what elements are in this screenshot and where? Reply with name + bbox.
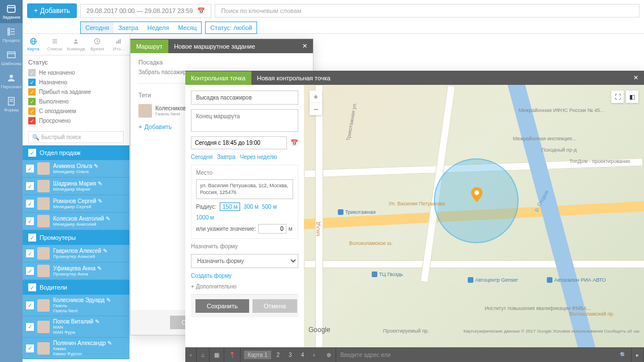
radius-500[interactable]: 500 м bbox=[262, 204, 277, 210]
person-row[interactable]: ✓Гаврилов Алексей ✎Промоутер Алексей bbox=[23, 245, 129, 262]
map-tab-3[interactable]: 3 bbox=[285, 351, 295, 359]
calendar-icon: 📅 bbox=[197, 7, 205, 15]
svg-rect-0 bbox=[7, 6, 15, 12]
view-tab-more[interactable]: Ито... bbox=[108, 34, 129, 55]
map-address-search[interactable]: Введите адрес или bbox=[336, 352, 615, 358]
svg-point-27 bbox=[475, 191, 479, 195]
view-tab-team[interactable]: Команда bbox=[66, 34, 87, 55]
cp-tag: Контрольная точка bbox=[185, 71, 251, 85]
quick-search[interactable]: 🔍 Быстрый поиск bbox=[28, 131, 124, 143]
cp-close[interactable]: ✕ bbox=[628, 71, 644, 85]
date-range-picker[interactable]: 29.08.2017 00:00 — 29.08.2017 23:59 📅 bbox=[80, 4, 211, 18]
add-button[interactable]: + Добавить bbox=[27, 3, 77, 18]
rail-process[interactable]: Процесс bbox=[0, 23, 23, 46]
mt-search-btn[interactable]: 🔍 bbox=[615, 347, 632, 362]
person-row[interactable]: ✓Шадрина Мария ✎Менеджер Мария bbox=[23, 178, 129, 195]
chart-icon bbox=[115, 37, 123, 45]
map-fullscreen[interactable]: ⛶ bbox=[611, 90, 624, 103]
zoom-out[interactable]: − bbox=[310, 103, 322, 115]
period-tomorrow[interactable]: Завтра bbox=[114, 22, 143, 33]
group-header[interactable]: ✓Промоутеры bbox=[23, 230, 129, 245]
mt-pin[interactable]: 📍 bbox=[224, 347, 241, 362]
cp-custom-radius[interactable] bbox=[258, 224, 286, 234]
map-marker[interactable] bbox=[471, 187, 482, 202]
period-today[interactable]: Сегодня bbox=[81, 22, 114, 33]
status-checkbox[interactable]: ✓Выполнено bbox=[28, 97, 124, 106]
list-icon bbox=[6, 27, 16, 37]
map-toolbar: ‹ ⌂ ▦ 📍 Карта 1 2 3 4 › ⊕ Введите адрес … bbox=[185, 347, 644, 362]
form-icon bbox=[6, 96, 16, 106]
map-tab-next[interactable]: › bbox=[310, 351, 318, 359]
cp-form-select[interactable]: Назначить форму bbox=[191, 254, 298, 268]
cp-title: Новая контрольная точка bbox=[251, 71, 628, 85]
rail-personnel[interactable]: Персонал bbox=[0, 70, 23, 93]
person-row[interactable]: ✓Уфимцева Анна ✎Промоутер Анна bbox=[23, 262, 129, 280]
google-logo: Google bbox=[308, 326, 330, 334]
status-checkbox[interactable]: ✓С опозданием bbox=[28, 106, 124, 116]
cp-link-today[interactable]: Сегодня bbox=[191, 154, 212, 160]
svg-rect-24 bbox=[116, 41, 118, 44]
person-row[interactable]: ✓Аникина Ольга ✎Менеджер Ольга bbox=[23, 160, 129, 178]
map-tab-1[interactable]: Карта 1 bbox=[244, 351, 271, 359]
keyword-search[interactable]: Поиск по ключевым словам bbox=[215, 4, 639, 18]
cp-link-tomorrow[interactable]: Завтра bbox=[217, 154, 235, 160]
status-checkbox[interactable]: ✓Прибыл на задание bbox=[28, 87, 124, 97]
mt-target[interactable]: ⊕ bbox=[322, 347, 336, 362]
avatar bbox=[37, 265, 50, 277]
calendar-icon[interactable]: 📅 bbox=[290, 139, 298, 146]
svg-rect-25 bbox=[118, 40, 119, 44]
cp-name-input[interactable] bbox=[191, 90, 298, 105]
avatar bbox=[37, 247, 50, 260]
cp-expand[interactable]: + Дополнительно bbox=[191, 283, 298, 290]
radius-1000[interactable]: 1000 м bbox=[196, 214, 214, 221]
person-row[interactable]: ✓Полянин Александр ✎КамазКамаз Фургон bbox=[23, 338, 129, 359]
person-row[interactable]: ✓Попов Виталий ✎MANMAN Фура bbox=[23, 316, 129, 338]
rail-tasks[interactable]: Задания bbox=[0, 0, 23, 23]
mt-home[interactable]: ⌂ bbox=[197, 347, 210, 362]
mt-layers[interactable]: ▦ bbox=[210, 347, 224, 362]
svg-rect-3 bbox=[8, 31, 10, 33]
rail-templates[interactable]: Шаблоны bbox=[0, 46, 23, 70]
cp-desc-input[interactable] bbox=[191, 109, 298, 132]
radius-300[interactable]: 300 м bbox=[243, 204, 258, 210]
calendar-icon bbox=[6, 3, 16, 14]
mt-sidebar-toggle[interactable]: ▸ bbox=[632, 347, 644, 362]
view-tabs: Карта Список Команда Время Ито... bbox=[23, 34, 129, 55]
cp-time-input[interactable] bbox=[191, 136, 287, 149]
group-header[interactable]: ✓Водители bbox=[23, 280, 129, 295]
mt-prev[interactable]: ‹ bbox=[185, 347, 197, 362]
cp-save[interactable]: Сохранить bbox=[195, 299, 249, 313]
map-tab-2[interactable]: 2 bbox=[273, 351, 284, 359]
view-tab-list[interactable]: Список bbox=[44, 34, 66, 55]
avatar bbox=[37, 162, 50, 175]
status-checkbox[interactable]: ✓Просрочено bbox=[28, 116, 124, 126]
route-header: Маршрут Новое маршрутное задание ✕ bbox=[130, 39, 313, 53]
cp-cancel[interactable]: Отмена bbox=[253, 299, 297, 313]
cp-link-week[interactable]: Через неделю bbox=[240, 154, 277, 160]
group-header[interactable]: ✓Отдел продаж bbox=[23, 145, 129, 160]
map-tab-4[interactable]: 4 bbox=[298, 351, 308, 359]
period-week[interactable]: Неделя bbox=[143, 22, 173, 33]
route-close[interactable]: ✕ bbox=[297, 39, 313, 53]
person-row[interactable]: ✓Колесников Эдуард ✎ГазельГазель Next bbox=[23, 295, 129, 316]
cp-address[interactable]: ул. Василия Петушкова, 1с2, Москва, Росс… bbox=[196, 179, 293, 199]
svg-rect-4 bbox=[8, 33, 10, 35]
person-row[interactable]: ✓Колесков Анатолий ✎Менеджер Анатолий bbox=[23, 213, 129, 230]
status-title: Статус bbox=[28, 59, 124, 66]
cp-create-form[interactable]: Создать форму bbox=[191, 273, 298, 279]
rail-forms[interactable]: Формы bbox=[0, 93, 23, 116]
plus-icon: + bbox=[34, 7, 38, 15]
period-month[interactable]: Месяц bbox=[173, 22, 201, 33]
view-tab-map[interactable]: Карта bbox=[23, 34, 44, 55]
person-row[interactable]: ✓Романов Сергей ✎Менеджер Сергей bbox=[23, 195, 129, 213]
status-checkbox[interactable]: ✓Не назначено bbox=[28, 68, 124, 77]
radius-150[interactable]: 150 м bbox=[220, 202, 240, 211]
status-filter[interactable]: Статус: любой bbox=[205, 21, 257, 34]
status-checkbox[interactable]: ✓Назначено bbox=[28, 77, 124, 87]
route-tag: Маршрут bbox=[130, 40, 168, 53]
zoom-in[interactable]: + bbox=[310, 90, 322, 103]
map-layers[interactable]: ◧ bbox=[626, 90, 638, 103]
view-tab-time[interactable]: Время bbox=[86, 34, 108, 55]
map[interactable]: Трикотажная Ул. Василия Петушкова Волоко… bbox=[304, 85, 644, 347]
avatar bbox=[37, 299, 50, 312]
